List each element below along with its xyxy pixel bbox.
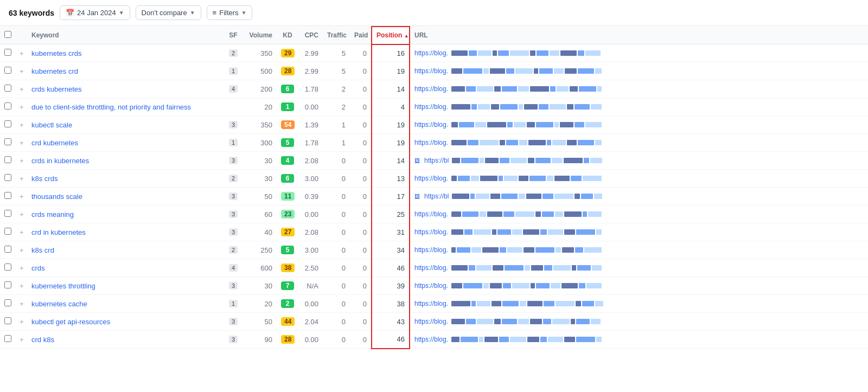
keyword-header[interactable]: Keyword	[27, 27, 222, 44]
select-all-checkbox[interactable]	[4, 31, 11, 38]
kd-header[interactable]: KD	[277, 27, 298, 44]
row-checkbox[interactable]	[4, 120, 11, 127]
row-checkbox[interactable]	[4, 210, 11, 217]
url-cell[interactable]: https://blog.	[410, 295, 868, 313]
row-checkbox-cell[interactable]	[0, 80, 15, 98]
url-cell[interactable]: https://blog.	[410, 331, 868, 349]
cpc-header[interactable]: CPC	[298, 27, 323, 44]
url-cell[interactable]: https://blog.	[410, 62, 868, 80]
keyword-cell[interactable]: crd k8s	[27, 331, 222, 349]
url-text[interactable]: https://blog.	[414, 210, 448, 218]
row-plus-cell[interactable]: +	[15, 205, 27, 223]
row-plus-cell[interactable]: +	[15, 80, 27, 98]
row-plus-cell[interactable]: +	[15, 98, 27, 116]
row-checkbox[interactable]	[4, 138, 11, 145]
row-checkbox-cell[interactable]	[0, 170, 15, 188]
row-checkbox[interactable]	[4, 299, 11, 306]
url-cell[interactable]: https://blog.	[410, 277, 868, 295]
row-checkbox[interactable]	[4, 335, 11, 342]
row-checkbox-cell[interactable]	[0, 44, 15, 62]
row-checkbox-cell[interactable]	[0, 241, 15, 259]
row-checkbox[interactable]	[4, 246, 11, 253]
row-plus-cell[interactable]: +	[15, 152, 27, 170]
traffic-header[interactable]: Traffic	[323, 27, 350, 44]
row-plus-cell[interactable]: +	[15, 116, 27, 134]
sf-header[interactable]: SF	[222, 27, 244, 44]
row-checkbox[interactable]	[4, 49, 11, 56]
url-cell[interactable]: https://blog.	[410, 313, 868, 331]
row-plus-cell[interactable]: +	[15, 188, 27, 205]
url-text[interactable]: https://blog.	[414, 121, 448, 128]
url-text[interactable]: https://blog.	[414, 85, 448, 93]
url-text[interactable]: https://blog.	[414, 49, 448, 57]
row-checkbox[interactable]	[4, 317, 11, 324]
url-text[interactable]: https://blog.	[414, 264, 448, 272]
url-text[interactable]: https://bl	[424, 157, 449, 164]
row-plus-cell[interactable]: +	[15, 277, 27, 295]
row-checkbox-cell[interactable]	[0, 116, 15, 134]
row-checkbox-cell[interactable]	[0, 205, 15, 223]
url-text[interactable]: https://blog.	[414, 336, 448, 343]
url-text[interactable]: https://blog.	[414, 139, 448, 146]
row-checkbox-cell[interactable]	[0, 152, 15, 170]
url-text[interactable]: https://blog.	[414, 103, 448, 111]
url-text[interactable]: https://blog.	[414, 67, 448, 75]
keyword-cell[interactable]: due to client-side throttling, not prior…	[27, 98, 222, 116]
url-text[interactable]: https://blog.	[414, 228, 448, 236]
url-text[interactable]: https://blog.	[414, 282, 448, 290]
url-cell[interactable]: 🖼 https://bl	[410, 152, 868, 170]
url-text[interactable]: https://blog.	[414, 175, 448, 182]
url-cell[interactable]: https://blog.	[410, 241, 868, 259]
row-plus-cell[interactable]: +	[15, 313, 27, 331]
row-checkbox[interactable]	[4, 67, 11, 74]
url-text[interactable]: https://blog.	[414, 318, 448, 325]
compare-button[interactable]: Don't compare ▼	[136, 5, 201, 20]
row-checkbox-cell[interactable]	[0, 223, 15, 241]
keyword-cell[interactable]: k8s crds	[27, 170, 222, 188]
row-plus-cell[interactable]: +	[15, 223, 27, 241]
url-text[interactable]: https://bl	[424, 192, 449, 200]
paid-header[interactable]: Paid	[350, 27, 372, 44]
row-plus-cell[interactable]: +	[15, 259, 27, 277]
row-checkbox[interactable]	[4, 281, 11, 288]
url-cell[interactable]: https://blog.	[410, 223, 868, 241]
row-checkbox-cell[interactable]	[0, 188, 15, 205]
row-plus-cell[interactable]: +	[15, 331, 27, 349]
keyword-cell[interactable]: crds meaning	[27, 205, 222, 223]
keyword-cell[interactable]: kubernetes crd	[27, 62, 222, 80]
url-cell[interactable]: https://blog.	[410, 116, 868, 134]
url-cell[interactable]: https://blog.	[410, 98, 868, 116]
keyword-cell[interactable]: kubernetes cache	[27, 295, 222, 313]
row-plus-cell[interactable]: +	[15, 44, 27, 62]
row-plus-cell[interactable]: +	[15, 241, 27, 259]
row-checkbox[interactable]	[4, 192, 11, 199]
url-cell[interactable]: https://blog.	[410, 80, 868, 98]
url-cell[interactable]: https://blog.	[410, 44, 868, 62]
url-cell[interactable]: https://blog.	[410, 170, 868, 188]
keyword-cell[interactable]: crds	[27, 259, 222, 277]
url-cell[interactable]: 🖼 https://bl	[410, 188, 868, 205]
date-button[interactable]: 📅 24 Jan 2024 ▼	[60, 5, 130, 20]
keyword-cell[interactable]: kubectl get api-resources	[27, 313, 222, 331]
row-checkbox-cell[interactable]	[0, 295, 15, 313]
row-plus-cell[interactable]: +	[15, 62, 27, 80]
keyword-cell[interactable]: thousands scale	[27, 188, 222, 205]
url-cell[interactable]: https://blog.	[410, 205, 868, 223]
url-text[interactable]: https://blog.	[414, 300, 448, 307]
row-checkbox-cell[interactable]	[0, 134, 15, 152]
volume-header[interactable]: Volume	[244, 27, 277, 44]
keyword-cell[interactable]: crd in kubernetes	[27, 223, 222, 241]
row-checkbox[interactable]	[4, 174, 11, 181]
row-plus-cell[interactable]: +	[15, 295, 27, 313]
checkbox-header[interactable]	[0, 27, 15, 44]
keyword-cell[interactable]: crds in kubernetes	[27, 152, 222, 170]
url-text[interactable]: https://blog.	[414, 246, 448, 254]
keyword-cell[interactable]: kubectl scale	[27, 116, 222, 134]
keyword-cell[interactable]: kubernetes crds	[27, 44, 222, 62]
keyword-cell[interactable]: kubernetes throttling	[27, 277, 222, 295]
row-checkbox-cell[interactable]	[0, 259, 15, 277]
row-plus-cell[interactable]: +	[15, 134, 27, 152]
row-checkbox-cell[interactable]	[0, 62, 15, 80]
row-checkbox[interactable]	[4, 264, 11, 271]
row-checkbox-cell[interactable]	[0, 313, 15, 331]
